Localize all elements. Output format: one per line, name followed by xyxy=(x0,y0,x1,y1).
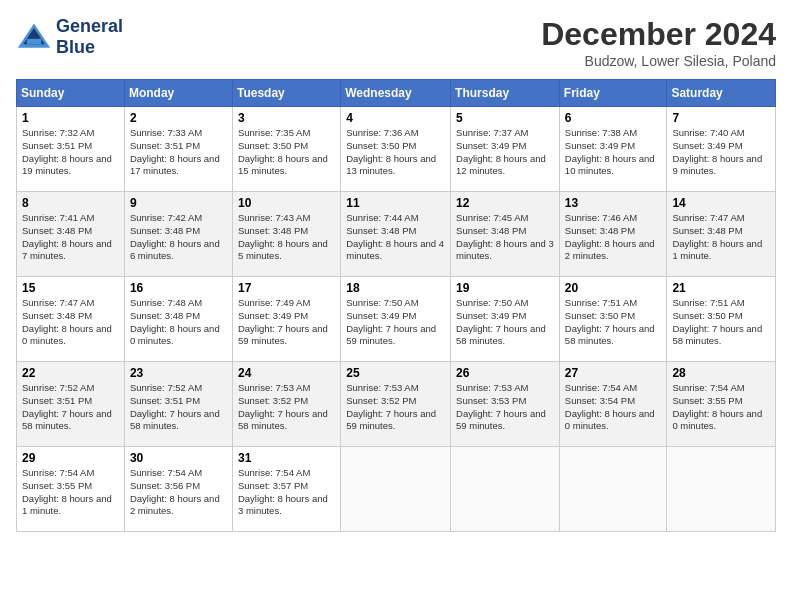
day-number: 13 xyxy=(565,196,662,210)
day-number: 22 xyxy=(22,366,119,380)
weekday-header: Friday xyxy=(559,80,667,107)
calendar-week-row: 22Sunrise: 7:52 AMSunset: 3:51 PMDayligh… xyxy=(17,362,776,447)
weekday-header: Saturday xyxy=(667,80,776,107)
day-info: Sunrise: 7:51 AMSunset: 3:50 PMDaylight:… xyxy=(672,297,770,348)
day-number: 8 xyxy=(22,196,119,210)
day-number: 23 xyxy=(130,366,227,380)
day-info: Sunrise: 7:49 AMSunset: 3:49 PMDaylight:… xyxy=(238,297,335,348)
day-number: 12 xyxy=(456,196,554,210)
day-number: 3 xyxy=(238,111,335,125)
calendar-cell: 14Sunrise: 7:47 AMSunset: 3:48 PMDayligh… xyxy=(667,192,776,277)
day-number: 17 xyxy=(238,281,335,295)
day-number: 15 xyxy=(22,281,119,295)
day-info: Sunrise: 7:41 AMSunset: 3:48 PMDaylight:… xyxy=(22,212,119,263)
calendar-cell: 27Sunrise: 7:54 AMSunset: 3:54 PMDayligh… xyxy=(559,362,667,447)
calendar-week-row: 29Sunrise: 7:54 AMSunset: 3:55 PMDayligh… xyxy=(17,447,776,532)
calendar-cell: 16Sunrise: 7:48 AMSunset: 3:48 PMDayligh… xyxy=(124,277,232,362)
calendar-cell: 8Sunrise: 7:41 AMSunset: 3:48 PMDaylight… xyxy=(17,192,125,277)
calendar-cell: 5Sunrise: 7:37 AMSunset: 3:49 PMDaylight… xyxy=(451,107,560,192)
calendar-cell: 15Sunrise: 7:47 AMSunset: 3:48 PMDayligh… xyxy=(17,277,125,362)
calendar-cell: 13Sunrise: 7:46 AMSunset: 3:48 PMDayligh… xyxy=(559,192,667,277)
svg-rect-3 xyxy=(27,39,41,44)
logo-icon xyxy=(16,19,52,55)
day-info: Sunrise: 7:36 AMSunset: 3:50 PMDaylight:… xyxy=(346,127,445,178)
calendar-cell: 30Sunrise: 7:54 AMSunset: 3:56 PMDayligh… xyxy=(124,447,232,532)
day-info: Sunrise: 7:35 AMSunset: 3:50 PMDaylight:… xyxy=(238,127,335,178)
day-info: Sunrise: 7:45 AMSunset: 3:48 PMDaylight:… xyxy=(456,212,554,263)
day-info: Sunrise: 7:43 AMSunset: 3:48 PMDaylight:… xyxy=(238,212,335,263)
weekday-header-row: SundayMondayTuesdayWednesdayThursdayFrid… xyxy=(17,80,776,107)
logo: General Blue xyxy=(16,16,123,58)
day-info: Sunrise: 7:54 AMSunset: 3:57 PMDaylight:… xyxy=(238,467,335,518)
calendar-cell: 29Sunrise: 7:54 AMSunset: 3:55 PMDayligh… xyxy=(17,447,125,532)
day-info: Sunrise: 7:33 AMSunset: 3:51 PMDaylight:… xyxy=(130,127,227,178)
day-info: Sunrise: 7:50 AMSunset: 3:49 PMDaylight:… xyxy=(346,297,445,348)
day-info: Sunrise: 7:44 AMSunset: 3:48 PMDaylight:… xyxy=(346,212,445,263)
day-info: Sunrise: 7:42 AMSunset: 3:48 PMDaylight:… xyxy=(130,212,227,263)
calendar-cell: 2Sunrise: 7:33 AMSunset: 3:51 PMDaylight… xyxy=(124,107,232,192)
page-header: General Blue December 2024 Budzow, Lower… xyxy=(16,16,776,69)
day-number: 27 xyxy=(565,366,662,380)
day-number: 1 xyxy=(22,111,119,125)
calendar-cell: 11Sunrise: 7:44 AMSunset: 3:48 PMDayligh… xyxy=(341,192,451,277)
day-number: 31 xyxy=(238,451,335,465)
day-info: Sunrise: 7:51 AMSunset: 3:50 PMDaylight:… xyxy=(565,297,662,348)
weekday-header: Sunday xyxy=(17,80,125,107)
calendar-cell: 25Sunrise: 7:53 AMSunset: 3:52 PMDayligh… xyxy=(341,362,451,447)
calendar-cell xyxy=(667,447,776,532)
calendar-cell: 22Sunrise: 7:52 AMSunset: 3:51 PMDayligh… xyxy=(17,362,125,447)
calendar-cell: 26Sunrise: 7:53 AMSunset: 3:53 PMDayligh… xyxy=(451,362,560,447)
day-number: 21 xyxy=(672,281,770,295)
day-number: 5 xyxy=(456,111,554,125)
weekday-header: Monday xyxy=(124,80,232,107)
day-info: Sunrise: 7:50 AMSunset: 3:49 PMDaylight:… xyxy=(456,297,554,348)
calendar-cell: 31Sunrise: 7:54 AMSunset: 3:57 PMDayligh… xyxy=(232,447,340,532)
day-info: Sunrise: 7:47 AMSunset: 3:48 PMDaylight:… xyxy=(672,212,770,263)
calendar-cell: 18Sunrise: 7:50 AMSunset: 3:49 PMDayligh… xyxy=(341,277,451,362)
day-number: 14 xyxy=(672,196,770,210)
day-info: Sunrise: 7:37 AMSunset: 3:49 PMDaylight:… xyxy=(456,127,554,178)
weekday-header: Thursday xyxy=(451,80,560,107)
title-area: December 2024 Budzow, Lower Silesia, Pol… xyxy=(541,16,776,69)
day-info: Sunrise: 7:46 AMSunset: 3:48 PMDaylight:… xyxy=(565,212,662,263)
month-title: December 2024 xyxy=(541,16,776,53)
day-number: 18 xyxy=(346,281,445,295)
calendar-cell xyxy=(451,447,560,532)
day-number: 2 xyxy=(130,111,227,125)
day-number: 11 xyxy=(346,196,445,210)
calendar-body: 1Sunrise: 7:32 AMSunset: 3:51 PMDaylight… xyxy=(17,107,776,532)
calendar-cell: 28Sunrise: 7:54 AMSunset: 3:55 PMDayligh… xyxy=(667,362,776,447)
calendar-cell: 19Sunrise: 7:50 AMSunset: 3:49 PMDayligh… xyxy=(451,277,560,362)
day-info: Sunrise: 7:53 AMSunset: 3:53 PMDaylight:… xyxy=(456,382,554,433)
day-number: 4 xyxy=(346,111,445,125)
day-info: Sunrise: 7:52 AMSunset: 3:51 PMDaylight:… xyxy=(22,382,119,433)
day-number: 16 xyxy=(130,281,227,295)
calendar-table: SundayMondayTuesdayWednesdayThursdayFrid… xyxy=(16,79,776,532)
calendar-cell xyxy=(559,447,667,532)
day-number: 20 xyxy=(565,281,662,295)
calendar-cell: 1Sunrise: 7:32 AMSunset: 3:51 PMDaylight… xyxy=(17,107,125,192)
day-info: Sunrise: 7:53 AMSunset: 3:52 PMDaylight:… xyxy=(238,382,335,433)
day-info: Sunrise: 7:32 AMSunset: 3:51 PMDaylight:… xyxy=(22,127,119,178)
calendar-week-row: 15Sunrise: 7:47 AMSunset: 3:48 PMDayligh… xyxy=(17,277,776,362)
calendar-cell: 7Sunrise: 7:40 AMSunset: 3:49 PMDaylight… xyxy=(667,107,776,192)
day-info: Sunrise: 7:48 AMSunset: 3:48 PMDaylight:… xyxy=(130,297,227,348)
calendar-cell: 10Sunrise: 7:43 AMSunset: 3:48 PMDayligh… xyxy=(232,192,340,277)
calendar-cell: 3Sunrise: 7:35 AMSunset: 3:50 PMDaylight… xyxy=(232,107,340,192)
calendar-cell: 24Sunrise: 7:53 AMSunset: 3:52 PMDayligh… xyxy=(232,362,340,447)
calendar-week-row: 8Sunrise: 7:41 AMSunset: 3:48 PMDaylight… xyxy=(17,192,776,277)
day-info: Sunrise: 7:47 AMSunset: 3:48 PMDaylight:… xyxy=(22,297,119,348)
day-number: 7 xyxy=(672,111,770,125)
day-number: 9 xyxy=(130,196,227,210)
day-info: Sunrise: 7:38 AMSunset: 3:49 PMDaylight:… xyxy=(565,127,662,178)
day-info: Sunrise: 7:40 AMSunset: 3:49 PMDaylight:… xyxy=(672,127,770,178)
logo-blue: Blue xyxy=(56,37,95,57)
day-info: Sunrise: 7:54 AMSunset: 3:54 PMDaylight:… xyxy=(565,382,662,433)
calendar-cell: 6Sunrise: 7:38 AMSunset: 3:49 PMDaylight… xyxy=(559,107,667,192)
day-number: 25 xyxy=(346,366,445,380)
calendar-cell: 9Sunrise: 7:42 AMSunset: 3:48 PMDaylight… xyxy=(124,192,232,277)
calendar-cell: 17Sunrise: 7:49 AMSunset: 3:49 PMDayligh… xyxy=(232,277,340,362)
calendar-cell: 23Sunrise: 7:52 AMSunset: 3:51 PMDayligh… xyxy=(124,362,232,447)
calendar-cell: 20Sunrise: 7:51 AMSunset: 3:50 PMDayligh… xyxy=(559,277,667,362)
day-info: Sunrise: 7:54 AMSunset: 3:55 PMDaylight:… xyxy=(672,382,770,433)
